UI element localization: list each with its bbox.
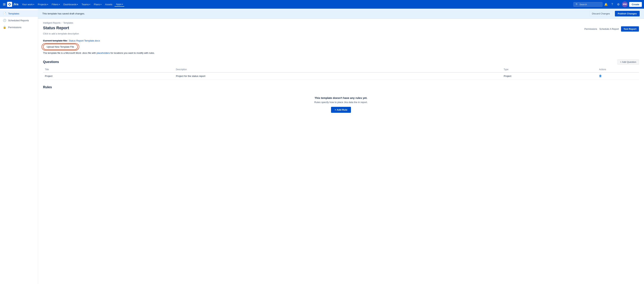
page-title: Status Report <box>43 26 584 30</box>
chevron-down-icon: ▾ <box>47 3 48 5</box>
nav-your-work[interactable]: Your work ▾ <box>20 2 36 6</box>
question-type: Project <box>502 72 597 80</box>
chevron-down-icon: ▾ <box>59 3 60 5</box>
draft-banner-message: This template has saved draft changes. <box>42 12 587 15</box>
chevron-down-icon: ▾ <box>33 3 34 5</box>
notifications-icon[interactable]: 🔔 <box>603 1 609 7</box>
current-template-label: Current template file: <box>43 39 68 42</box>
search-box[interactable]: 🔍 Search <box>574 2 602 7</box>
add-question-button[interactable]: + Add Question <box>618 59 639 65</box>
nav-filters[interactable]: Filters ▾ <box>50 2 61 6</box>
nav-assets[interactable]: Assets <box>104 2 114 6</box>
jira-logo-text: Jira <box>13 3 18 6</box>
schedule-report-link[interactable]: Schedule A Report <box>599 28 619 30</box>
chevron-down-icon: ▾ <box>100 3 102 5</box>
col-header-type: Type <box>502 67 597 72</box>
chevron-down-icon: ▾ <box>77 3 78 5</box>
upload-template-button[interactable]: Upload New Template File <box>43 44 78 50</box>
breadcrumb-templates[interactable]: Templates <box>63 22 73 24</box>
table-row: Project Project for the status report Pr… <box>43 72 639 80</box>
template-file-link[interactable]: Status Report Template.docx <box>69 39 100 42</box>
col-header-title: Title <box>43 67 174 72</box>
template-description-placeholder[interactable]: Click to add a template description <box>43 32 639 35</box>
current-template-line: Current template file: Status Report Tem… <box>43 39 639 42</box>
discard-changes-button[interactable]: Discard Changes <box>589 11 613 16</box>
questions-table-body: Project Project for the status report Pr… <box>43 72 639 80</box>
create-button[interactable]: Create <box>629 2 642 7</box>
nav-apps[interactable]: Apps ▾ <box>114 2 124 7</box>
chevron-down-icon: ▾ <box>89 3 90 5</box>
sidebar-item-label: Templates <box>8 12 19 15</box>
questions-table-head: Title Description Type Actions <box>43 67 639 72</box>
rules-empty-state: This template doesn't have any rules yet… <box>43 89 639 116</box>
topnav-icon-group: 🔔 ? ⚙ <box>603 1 621 7</box>
draft-banner: This template has saved draft changes. D… <box>38 9 644 19</box>
questions-section-header: Questions + Add Question <box>43 59 639 65</box>
nav-dashboards[interactable]: Dashboards ▾ <box>62 2 80 6</box>
nav-teams[interactable]: Teams ▾ <box>80 2 92 6</box>
sidebar-item-templates[interactable]: 📄 Templates <box>0 10 38 17</box>
sidebar: 📄 Templates 🕐 Scheduled Reports 🔒 Permis… <box>0 9 38 284</box>
breadcrumb-intelligent-reports[interactable]: Intelligent Reports <box>43 22 60 24</box>
questions-section-title: Questions <box>43 60 618 64</box>
col-header-actions: Actions <box>597 67 639 72</box>
settings-icon[interactable]: ⚙ <box>616 1 621 7</box>
permissions-link[interactable]: Permissions <box>584 28 597 30</box>
template-file-section: Current template file: Status Report Tem… <box>43 39 639 54</box>
breadcrumb: Intelligent Reports / Templates <box>43 22 639 24</box>
jira-logo-icon <box>7 2 12 7</box>
rules-section: Rules This template doesn't have any rul… <box>43 85 639 116</box>
rules-empty-title: This template doesn't have any rules yet… <box>314 96 368 99</box>
breadcrumb-separator: / <box>62 22 62 24</box>
rules-empty-description: Rules specify how to place Jira data the… <box>314 101 368 104</box>
sidebar-item-scheduled-reports[interactable]: 🕐 Scheduled Reports <box>0 17 38 24</box>
template-description-text: The template file is a Microsoft Word .d… <box>43 52 639 54</box>
sidebar-item-label: Scheduled Reports <box>8 19 29 22</box>
question-actions: 🗑 <box>597 72 639 80</box>
page-header-row: Status Report Permissions Schedule A Rep… <box>43 26 639 32</box>
header-actions: Permissions Schedule A Report Test Repor… <box>584 26 639 32</box>
upload-button-wrapper: Upload New Template File <box>43 44 78 50</box>
question-title: Project <box>43 72 174 80</box>
delete-question-icon[interactable]: 🗑 <box>599 74 602 77</box>
nav-plans[interactable]: Plans ▾ <box>92 2 103 6</box>
test-report-button[interactable]: Test Report <box>621 26 639 32</box>
page-body: Intelligent Reports / Templates Status R… <box>38 19 644 124</box>
sidebar-item-label: Permissions <box>8 26 22 29</box>
publish-changes-button[interactable]: Publish Changes <box>615 11 640 16</box>
main-layout: 📄 Templates 🕐 Scheduled Reports 🔒 Permis… <box>0 9 644 284</box>
help-icon[interactable]: ? <box>609 1 615 7</box>
chevron-down-icon: ▾ <box>122 3 123 5</box>
rules-section-title: Rules <box>43 85 639 89</box>
jira-logo[interactable]: Jira <box>7 2 18 7</box>
sidebar-item-permissions[interactable]: 🔒 Permissions <box>0 24 38 31</box>
document-icon: 📄 <box>3 12 6 15</box>
avatar[interactable]: MW <box>622 1 628 7</box>
apps-grid-icon[interactable]: ⊞ <box>2 2 6 7</box>
top-navigation: ⊞ Jira Your work ▾ Projects ▾ Filters ▾ … <box>0 0 644 9</box>
search-icon: 🔍 <box>576 3 578 6</box>
lock-icon: 🔒 <box>3 26 6 29</box>
nav-projects[interactable]: Projects ▾ <box>36 2 50 6</box>
placeholders-link[interactable]: placeholders <box>96 52 110 54</box>
add-rule-button[interactable]: + Add Rule <box>331 107 351 113</box>
col-header-description: Description <box>174 67 502 72</box>
clock-icon: 🕐 <box>3 19 6 22</box>
questions-table: Title Description Type Actions Project P… <box>43 67 639 80</box>
question-description: Project for the status report <box>174 72 502 80</box>
main-content: This template has saved draft changes. D… <box>38 9 644 284</box>
search-placeholder: Search <box>580 3 587 6</box>
